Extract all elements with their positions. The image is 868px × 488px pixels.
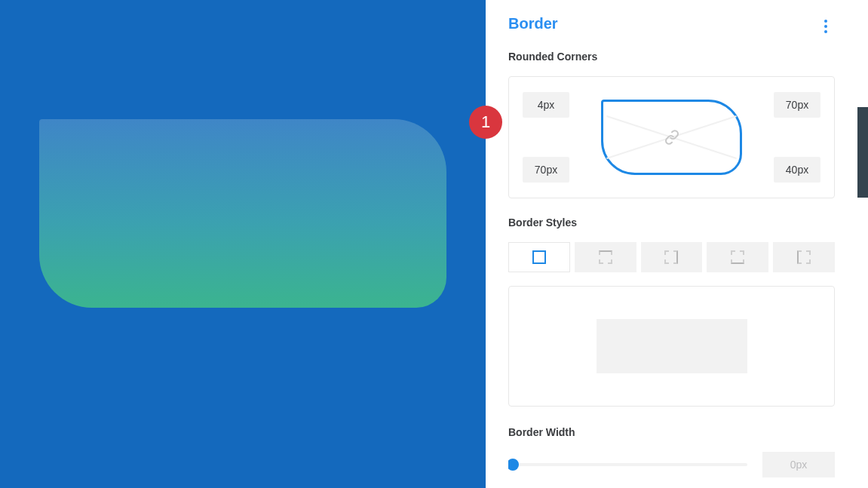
- border-styles-label: Border Styles: [508, 216, 835, 229]
- link-values-icon[interactable]: [664, 130, 679, 145]
- scrollbar-thumb[interactable]: [857, 107, 868, 198]
- rounded-corners-label: Rounded Corners: [508, 51, 835, 63]
- square-right-icon: [664, 250, 678, 264]
- annotation-badge: 1: [469, 106, 502, 139]
- border-style-tabs: [508, 242, 835, 272]
- border-style-top-tab[interactable]: [575, 242, 636, 272]
- square-left-icon: [797, 250, 811, 264]
- border-preview-inner: [597, 319, 747, 373]
- editor-canvas[interactable]: 1: [0, 0, 486, 488]
- corner-bottom-right-input[interactable]: [774, 157, 820, 183]
- panel-options-button[interactable]: [824, 20, 827, 33]
- border-style-left-tab[interactable]: [773, 242, 835, 272]
- panel-title: Border: [508, 15, 835, 32]
- preview-shape: [39, 119, 446, 308]
- corner-top-left-input[interactable]: [523, 92, 569, 118]
- square-all-icon: [532, 250, 546, 264]
- settings-panel: Border Rounded Corners: [486, 0, 857, 488]
- border-width-slider-handle[interactable]: [508, 459, 519, 471]
- rounded-corners-control: [508, 76, 835, 198]
- border-preview-box: [508, 286, 835, 407]
- square-bottom-icon: [731, 250, 744, 264]
- corner-top-right-input[interactable]: [774, 92, 820, 118]
- border-style-right-tab[interactable]: [641, 242, 703, 272]
- corner-shape-preview: [601, 100, 742, 175]
- border-width-input[interactable]: [762, 452, 835, 477]
- border-style-bottom-tab[interactable]: [707, 242, 768, 272]
- corner-bottom-left-input[interactable]: [523, 157, 569, 183]
- border-width-label: Border Width: [508, 426, 835, 438]
- border-style-all-tab[interactable]: [508, 242, 570, 272]
- square-top-icon: [599, 250, 612, 264]
- scrollbar-track[interactable]: [857, 0, 868, 488]
- border-width-slider[interactable]: [508, 463, 747, 466]
